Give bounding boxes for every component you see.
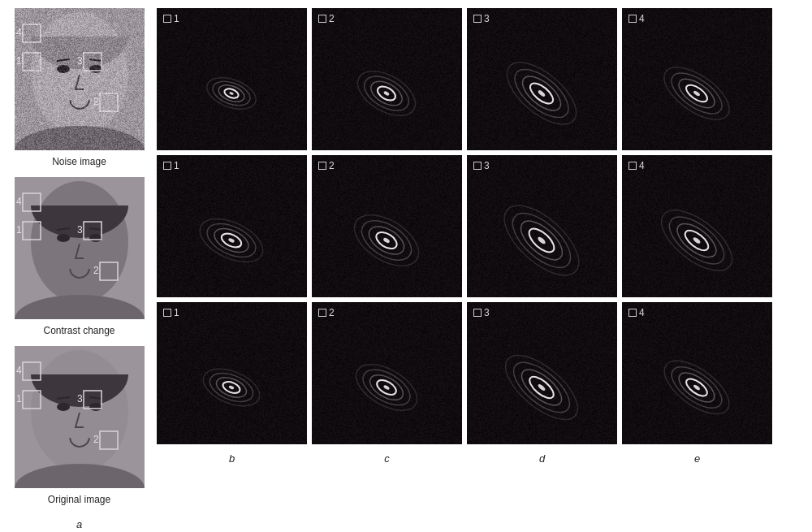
num-box-e2 — [628, 162, 637, 170]
cols-bcde: 1 1 1 b 2 2 2 — [157, 8, 804, 530]
num-c3: 2 — [318, 307, 335, 318]
ellipse-c2: 2 — [312, 155, 462, 297]
col-a-letter: a — [76, 518, 82, 530]
face-contrast-container — [15, 177, 145, 319]
ellipse-c3-canvas — [312, 302, 462, 444]
ellipse-b1: 1 — [157, 8, 307, 150]
ellipse-d3: 3 — [467, 302, 617, 444]
num-box-b2 — [163, 162, 171, 170]
ellipse-e1: 4 — [622, 8, 772, 150]
face-noise-container — [15, 8, 145, 150]
num-box-e1 — [628, 15, 637, 23]
ellipse-c2-canvas — [312, 155, 462, 297]
col-e-letter: e — [694, 452, 700, 465]
num-box-d1 — [473, 15, 482, 23]
col-e: 4 4 4 e — [622, 8, 772, 530]
ellipse-e2: 4 — [622, 155, 772, 297]
ellipse-b2: 1 — [157, 155, 307, 297]
num-box-b3 — [163, 309, 171, 317]
num-b2: 1 — [163, 160, 179, 171]
ellipse-e3: 4 — [622, 302, 772, 444]
ellipse-c3: 2 — [312, 302, 462, 444]
col-c: 2 2 2 c — [312, 8, 462, 530]
face-original-container — [15, 346, 145, 488]
num-box-d3 — [473, 309, 482, 317]
col-a: Noise image Contrast change Original ima… — [8, 8, 150, 530]
col-d-letter: d — [539, 452, 545, 465]
ellipse-b3: 1 — [157, 302, 307, 444]
face-original-canvas — [15, 346, 145, 488]
col-c-letter: c — [384, 452, 390, 465]
ellipse-b2-canvas — [157, 155, 307, 297]
ellipse-d2-canvas — [467, 155, 617, 297]
num-d2: 3 — [473, 160, 490, 171]
ellipse-d1-canvas — [467, 8, 617, 150]
ellipse-e3-canvas — [622, 302, 772, 444]
num-box-c2 — [318, 162, 326, 170]
num-d1: 3 — [473, 13, 490, 24]
num-e2: 4 — [628, 160, 645, 171]
main-container: Noise image Contrast change Original ima… — [8, 8, 804, 530]
num-c1: 2 — [318, 13, 335, 24]
face-contrast-canvas — [15, 177, 145, 319]
num-b1: 1 — [163, 13, 179, 24]
num-e3: 4 — [628, 307, 645, 318]
ellipse-e1-canvas — [622, 8, 772, 150]
num-c2: 2 — [318, 160, 335, 171]
ellipse-e2-canvas — [622, 155, 772, 297]
col-b: 1 1 1 b — [157, 8, 307, 530]
num-box-c3 — [318, 309, 326, 317]
ellipse-b3-canvas — [157, 302, 307, 444]
ellipse-c1: 2 — [312, 8, 462, 150]
num-d3: 3 — [473, 307, 490, 318]
face-noise-canvas — [15, 8, 145, 150]
num-box-e3 — [628, 309, 637, 317]
num-box-d2 — [473, 162, 482, 170]
ellipse-d1: 3 — [467, 8, 617, 150]
noise-label: Noise image — [52, 156, 106, 167]
ellipse-b1-canvas — [157, 8, 307, 150]
original-label: Original image — [48, 494, 110, 505]
num-box-b1 — [163, 15, 171, 23]
ellipse-d2: 3 — [467, 155, 617, 297]
col-d: 3 3 3 d — [467, 8, 617, 530]
num-b3: 1 — [163, 307, 179, 318]
num-box-c1 — [318, 15, 326, 23]
col-b-letter: b — [229, 452, 235, 465]
num-e1: 4 — [628, 13, 645, 24]
contrast-label: Contrast change — [43, 325, 114, 336]
ellipse-c1-canvas — [312, 8, 462, 150]
ellipse-d3-canvas — [467, 302, 617, 444]
